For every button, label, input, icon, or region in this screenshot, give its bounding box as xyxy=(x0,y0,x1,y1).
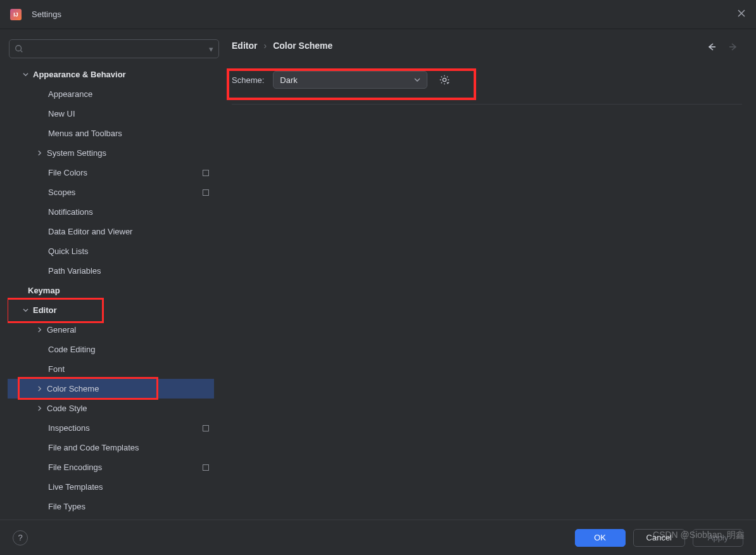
tree-item-label: Code Style xyxy=(47,404,87,413)
tree-item-label: Scopes xyxy=(48,188,75,197)
app-icon: IJ xyxy=(10,9,22,20)
tree-item-menus-and-toolbars[interactable]: Menus and Toolbars xyxy=(8,124,214,143)
close-button[interactable] xyxy=(737,9,746,20)
tree-item-label: General xyxy=(47,325,76,335)
tree-item-label: Menus and Toolbars xyxy=(48,129,122,138)
breadcrumb-color-scheme: Color Scheme xyxy=(273,41,332,51)
tree-item-general[interactable]: General xyxy=(8,320,214,340)
search-icon xyxy=(15,44,23,53)
tree-item-keymap[interactable]: Keymap xyxy=(8,281,214,300)
chevron-right-icon xyxy=(37,405,42,411)
help-button[interactable]: ? xyxy=(13,530,28,545)
apply-button[interactable]: Apply xyxy=(693,529,743,547)
titlebar: IJ Settings xyxy=(0,0,756,29)
tree-item-file-and-code-templates[interactable]: File and Code Templates xyxy=(8,438,214,457)
project-level-icon xyxy=(203,464,209,471)
tree-item-label: Editor xyxy=(33,305,57,315)
highlight-scheme xyxy=(227,68,476,100)
chevron-down-icon xyxy=(23,72,28,77)
expand-chevron[interactable] xyxy=(35,405,43,411)
breadcrumb: Editor › Color Scheme xyxy=(232,41,742,51)
ok-button[interactable]: OK xyxy=(575,529,626,547)
settings-sidebar: ▾ Appearance & BehaviorAppearanceNew UIM… xyxy=(0,29,220,520)
expand-chevron[interactable] xyxy=(35,386,43,392)
tree-item-notifications[interactable]: Notifications xyxy=(8,202,214,222)
chevron-right-icon xyxy=(37,327,42,333)
tree-item-inspections[interactable]: Inspections xyxy=(8,418,214,438)
settings-main: Editor › Color Scheme Scheme: Dark xyxy=(220,29,756,520)
tree-item-label: File and Code Templates xyxy=(48,443,139,452)
tree-item-appearance-behavior[interactable]: Appearance & Behavior xyxy=(8,65,214,84)
breadcrumb-editor[interactable]: Editor xyxy=(232,41,257,51)
cancel-button[interactable]: Cancel xyxy=(633,529,685,547)
tree-item-new-ui[interactable]: New UI xyxy=(8,104,214,124)
tree-item-editor[interactable]: Editor xyxy=(8,300,214,320)
tree-item-scopes[interactable]: Scopes xyxy=(8,182,214,202)
tree-item-font[interactable]: Font xyxy=(8,359,214,379)
tree-item-label: Live Templates xyxy=(48,482,103,492)
tree-item-data-editor-and-viewer[interactable]: Data Editor and Viewer xyxy=(8,222,214,241)
tree-item-code-editing[interactable]: Code Editing xyxy=(8,340,214,359)
dialog-footer: ? OK Cancel Apply xyxy=(0,520,756,555)
expand-chevron[interactable] xyxy=(35,150,43,156)
tree-item-label: Color Scheme xyxy=(47,384,99,393)
window-title: Settings xyxy=(32,10,61,19)
expand-chevron[interactable] xyxy=(22,72,29,77)
tree-item-code-style[interactable]: Code Style xyxy=(8,399,214,418)
tree-item-live-templates[interactable]: Live Templates xyxy=(8,477,214,497)
svg-point-0 xyxy=(16,46,22,51)
search-dropdown-icon[interactable]: ▾ xyxy=(209,44,213,54)
tree-item-label: Appearance xyxy=(48,89,92,99)
tree-item-label: Inspections xyxy=(48,423,90,433)
tree-item-file-encodings[interactable]: File Encodings xyxy=(8,457,214,477)
tree-item-quick-lists[interactable]: Quick Lists xyxy=(8,241,214,261)
search-input[interactable] xyxy=(27,44,206,54)
tree-item-file-colors[interactable]: File Colors xyxy=(8,163,214,182)
tree-item-label: New UI xyxy=(48,109,75,118)
expand-chevron[interactable] xyxy=(22,307,29,313)
tree-item-label: File Colors xyxy=(48,168,87,177)
tree-item-appearance[interactable]: Appearance xyxy=(8,84,214,104)
tree-item-color-scheme[interactable]: Color Scheme xyxy=(8,379,214,399)
settings-tree[interactable]: Appearance & BehaviorAppearanceNew UIMen… xyxy=(8,65,220,520)
chevron-down-icon xyxy=(23,307,28,313)
tree-item-label: Quick Lists xyxy=(48,246,89,256)
tree-item-label: Keymap xyxy=(28,286,60,295)
project-level-icon xyxy=(203,425,209,431)
tree-item-label: System Settings xyxy=(47,148,106,158)
tree-item-system-settings[interactable]: System Settings xyxy=(8,143,214,163)
tree-item-label: Data Editor and Viewer xyxy=(48,227,132,236)
chevron-right-icon xyxy=(37,150,42,156)
tree-item-label: Notifications xyxy=(48,207,93,217)
search-input-wrap[interactable]: ▾ xyxy=(9,39,219,58)
expand-chevron[interactable] xyxy=(35,327,43,333)
breadcrumb-sep: › xyxy=(263,41,267,51)
arrow-right-icon xyxy=(728,42,738,52)
tree-item-label: File Encodings xyxy=(48,462,102,472)
tree-item-path-variables[interactable]: Path Variables xyxy=(8,261,214,281)
arrow-left-icon xyxy=(707,42,717,52)
tree-item-label: Appearance & Behavior xyxy=(33,70,126,79)
project-level-icon xyxy=(203,189,209,196)
tree-item-label: Path Variables xyxy=(48,266,101,276)
tree-item-label: Code Editing xyxy=(48,345,95,354)
nav-forward-button xyxy=(728,42,738,54)
nav-back-button[interactable] xyxy=(707,42,717,54)
tree-item-file-types[interactable]: File Types xyxy=(8,497,214,516)
tree-item-label: Font xyxy=(48,364,65,374)
chevron-right-icon xyxy=(37,386,42,392)
project-level-icon xyxy=(203,170,209,176)
tree-item-label: File Types xyxy=(48,502,85,511)
close-icon xyxy=(737,9,746,18)
